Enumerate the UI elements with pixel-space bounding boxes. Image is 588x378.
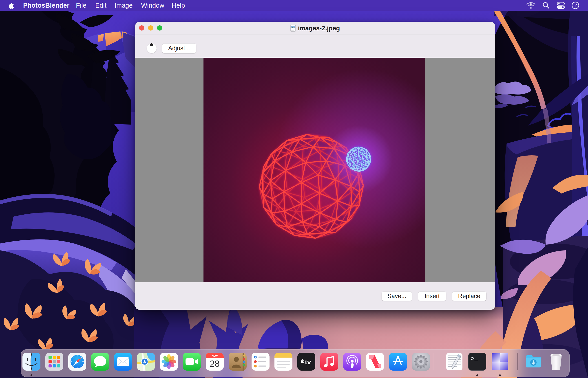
svg-text:>_: >_	[471, 355, 478, 362]
svg-text:NOV: NOV	[211, 354, 218, 357]
svg-text:tv: tv	[305, 358, 311, 366]
svg-text:28: 28	[210, 359, 220, 369]
